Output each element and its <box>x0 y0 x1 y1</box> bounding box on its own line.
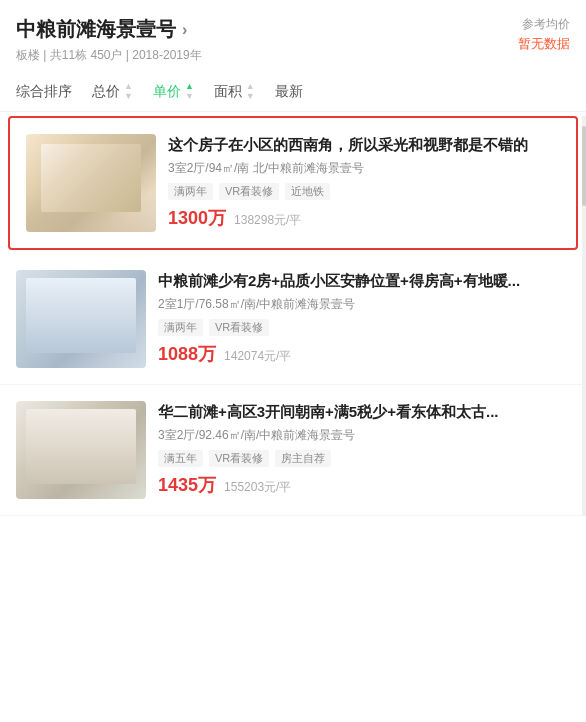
community-subtitle: 板楼 | 共11栋 450户 | 2018-2019年 <box>16 47 202 64</box>
ref-price-value: 暂无数据 <box>518 35 570 53</box>
scrollbar-track[interactable] <box>582 116 586 516</box>
sort-area[interactable]: 面积 ▲ ▼ <box>214 82 255 101</box>
listing-item[interactable]: 华二前滩+高区3开间朝南+满5税少+看东体和太古... 3室2厅/92.46㎡/… <box>0 385 586 516</box>
listing-unit-price: 142074元/平 <box>224 348 291 365</box>
tag-full-two-years: 满两年 <box>158 319 203 336</box>
tag-owner: 房主自荐 <box>275 450 331 467</box>
sort-bar: 综合排序 总价 ▲ ▼ 单价 ▲ ▼ 面积 ▲ ▼ 最新 <box>0 72 586 112</box>
sort-total-price[interactable]: 总价 ▲ ▼ <box>92 82 133 101</box>
listing-item[interactable]: 这个房子在小区的西南角，所以采光和视野都是不错的 3室2厅/94㎡/南 北/中粮… <box>8 116 578 250</box>
scrollbar-thumb <box>582 126 586 206</box>
sort-total-price-arrows: ▲ ▼ <box>124 82 133 101</box>
listing-image <box>26 134 156 232</box>
sort-unit-price[interactable]: 单价 ▲ ▼ <box>153 82 194 101</box>
listing-tags: 满五年 VR看装修 房主自荐 <box>158 450 570 467</box>
listing-content: 中粮前滩少有2房+品质小区安静位置+得房高+有地暖... 2室1厅/76.58㎡… <box>158 270 570 368</box>
listing-price-row: 1300万 138298元/平 <box>168 206 560 230</box>
listing-unit-price: 155203元/平 <box>224 479 291 496</box>
listing-tags: 满两年 VR看装修 近地铁 <box>168 183 560 200</box>
listing-content: 这个房子在小区的西南角，所以采光和视野都是不错的 3室2厅/94㎡/南 北/中粮… <box>168 134 560 232</box>
listing-tags: 满两年 VR看装修 <box>158 319 570 336</box>
tag-vr: VR看装修 <box>209 319 269 336</box>
tag-vr: VR看装修 <box>219 183 279 200</box>
listing-image <box>16 401 146 499</box>
listing-price: 1088万 <box>158 342 216 366</box>
page-header: 中粮前滩海景壹号 › 板楼 | 共11栋 450户 | 2018-2019年 参… <box>0 0 586 64</box>
sort-area-label: 面积 <box>214 83 242 101</box>
listing-unit-price: 138298元/平 <box>234 212 301 229</box>
listing-title: 华二前滩+高区3开间朝南+满5税少+看东体和太古... <box>158 401 570 422</box>
tag-vr: VR看装修 <box>209 450 269 467</box>
sort-unit-price-label: 单价 <box>153 83 181 101</box>
tag-full-five-years: 满五年 <box>158 450 203 467</box>
tag-subway: 近地铁 <box>285 183 330 200</box>
listing-price-row: 1088万 142074元/平 <box>158 342 570 366</box>
title-arrow: › <box>182 21 187 39</box>
listing-desc: 3室2厅/94㎡/南 北/中粮前滩海景壹号 <box>168 159 560 177</box>
ref-price-label: 参考均价 <box>518 16 570 33</box>
community-name: 中粮前滩海景壹号 <box>16 16 176 43</box>
header-right: 参考均价 暂无数据 <box>518 16 570 53</box>
sort-composite[interactable]: 综合排序 <box>16 83 72 101</box>
listing-item[interactable]: 中粮前滩少有2房+品质小区安静位置+得房高+有地暖... 2室1厅/76.58㎡… <box>0 254 586 385</box>
sort-unit-price-arrows: ▲ ▼ <box>185 82 194 101</box>
sort-area-arrows: ▲ ▼ <box>246 82 255 101</box>
header-left: 中粮前滩海景壹号 › 板楼 | 共11栋 450户 | 2018-2019年 <box>16 16 202 64</box>
listing-desc: 3室2厅/92.46㎡/南/中粮前滩海景壹号 <box>158 426 570 444</box>
listing-content: 华二前滩+高区3开间朝南+满5税少+看东体和太古... 3室2厅/92.46㎡/… <box>158 401 570 499</box>
sort-total-price-label: 总价 <box>92 83 120 101</box>
listing-price: 1435万 <box>158 473 216 497</box>
listing-desc: 2室1厅/76.58㎡/南/中粮前滩海景壹号 <box>158 295 570 313</box>
listing-list: 这个房子在小区的西南角，所以采光和视野都是不错的 3室2厅/94㎡/南 北/中粮… <box>0 116 586 516</box>
community-title[interactable]: 中粮前滩海景壹号 › <box>16 16 202 43</box>
sort-composite-label: 综合排序 <box>16 83 72 101</box>
listing-price-row: 1435万 155203元/平 <box>158 473 570 497</box>
listing-price: 1300万 <box>168 206 226 230</box>
sort-latest-label: 最新 <box>275 83 303 101</box>
listing-image <box>16 270 146 368</box>
tag-full-two-years: 满两年 <box>168 183 213 200</box>
listing-title: 中粮前滩少有2房+品质小区安静位置+得房高+有地暖... <box>158 270 570 291</box>
listing-title: 这个房子在小区的西南角，所以采光和视野都是不错的 <box>168 134 560 155</box>
sort-latest[interactable]: 最新 <box>275 83 303 101</box>
